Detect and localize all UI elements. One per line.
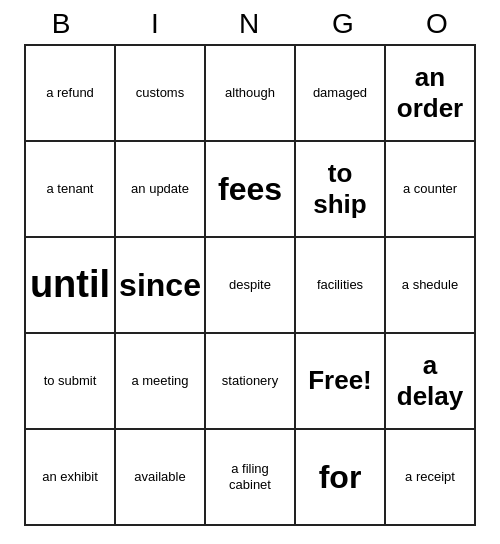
cell-r4-c4: a receipt: [386, 430, 476, 526]
header-n: N: [206, 8, 294, 40]
cell-r4-c2: a filing cabinet: [206, 430, 296, 526]
bingo-header: B I N G O: [15, 0, 485, 44]
cell-r4-c0: an exhibit: [26, 430, 116, 526]
cell-r3-c2: stationery: [206, 334, 296, 430]
cell-r4-c3: for: [296, 430, 386, 526]
cell-r1-c2: fees: [206, 142, 296, 238]
header-g: G: [300, 8, 388, 40]
cell-r2-c1: since: [116, 238, 206, 334]
cell-r3-c3: Free!: [296, 334, 386, 430]
cell-r0-c4: an order: [386, 46, 476, 142]
header-b: B: [18, 8, 106, 40]
cell-r1-c4: a counter: [386, 142, 476, 238]
cell-r0-c3: damaged: [296, 46, 386, 142]
cell-r2-c3: facilities: [296, 238, 386, 334]
cell-r2-c4: a shedule: [386, 238, 476, 334]
cell-r3-c1: a meeting: [116, 334, 206, 430]
header-o: O: [394, 8, 482, 40]
cell-r0-c0: a refund: [26, 46, 116, 142]
bingo-grid: a refundcustomsalthoughdamagedan ordera …: [24, 44, 476, 526]
cell-r2-c0: until: [26, 238, 116, 334]
cell-r3-c0: to submit: [26, 334, 116, 430]
cell-r2-c2: despite: [206, 238, 296, 334]
header-i: I: [112, 8, 200, 40]
cell-r1-c0: a tenant: [26, 142, 116, 238]
cell-r0-c1: customs: [116, 46, 206, 142]
cell-r3-c4: a delay: [386, 334, 476, 430]
cell-r1-c1: an update: [116, 142, 206, 238]
cell-r0-c2: although: [206, 46, 296, 142]
cell-r1-c3: to ship: [296, 142, 386, 238]
cell-r4-c1: available: [116, 430, 206, 526]
